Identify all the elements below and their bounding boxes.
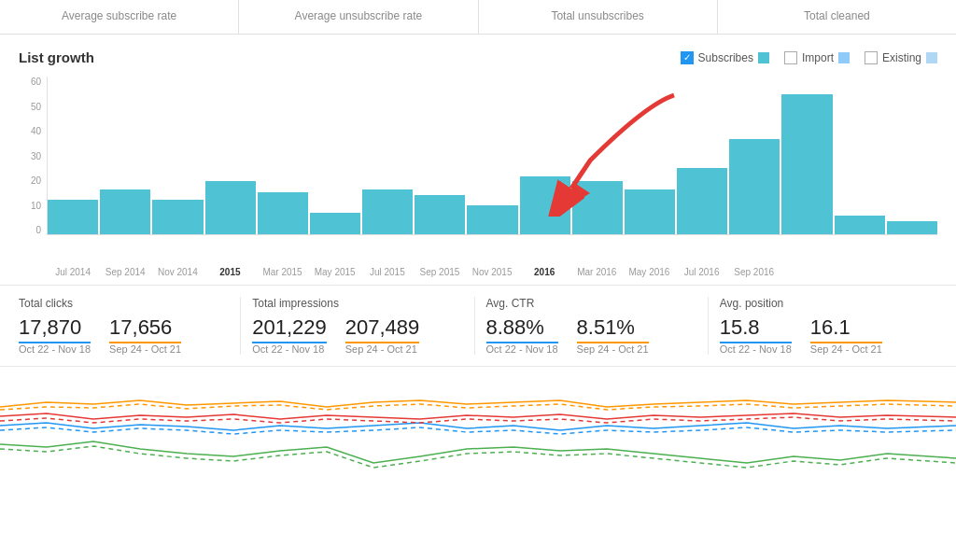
x-label [885, 267, 937, 277]
x-label: 2015 [204, 267, 256, 277]
bar-item[interactable] [520, 176, 570, 234]
x-label: May 2015 [309, 267, 361, 277]
stat-group-impressions: Total impressions 201,229 Oct 22 - Nov 1… [241, 297, 474, 355]
bar-group [48, 200, 98, 234]
stat-impressions-primary: 201,229 Oct 22 - Nov 18 [252, 315, 327, 355]
x-label: Sep 2016 [728, 267, 780, 277]
top-metrics-row: Average subscribe rate Average unsubscri… [0, 0, 956, 35]
bar-group [100, 189, 150, 234]
bar-item[interactable] [677, 168, 727, 234]
stat-clicks-secondary-sub: Sep 24 - Oct 21 [109, 343, 181, 355]
stat-clicks-primary-value: 17,870 [19, 315, 91, 343]
bar-item[interactable] [362, 189, 413, 234]
bar-item[interactable] [729, 139, 780, 234]
orange-line [0, 400, 956, 407]
chart-legend: Subscribes Import Existing [681, 51, 937, 64]
metric-total-cleaned: Total cleaned [718, 0, 956, 34]
chart-wrapper: 0 10 20 30 40 50 60 Jul 2014Sep 2014Nov … [19, 77, 937, 277]
stat-position-secondary: 16.1 Sep 24 - Oct 21 [810, 315, 882, 355]
bar-item[interactable] [835, 216, 885, 234]
stat-impressions-title: Total impressions [252, 297, 462, 310]
stat-position-primary-value: 15.8 [720, 315, 792, 343]
legend-existing[interactable]: Existing [865, 51, 937, 64]
legend-subscribes[interactable]: Subscribes [681, 51, 769, 64]
stats-section: Total clicks 17,870 Oct 22 - Nov 18 17,6… [0, 286, 956, 367]
stat-clicks-title: Total clicks [19, 297, 229, 310]
bar-item[interactable] [258, 192, 308, 234]
line-chart-svg [0, 374, 956, 477]
x-label: Jul 2015 [361, 267, 414, 277]
legend-import[interactable]: Import [784, 51, 850, 64]
stat-clicks-secondary-value: 17,656 [109, 315, 181, 343]
bar-group [625, 189, 675, 234]
bar-group [520, 176, 570, 234]
x-axis: Jul 2014Sep 2014Nov 20142015Mar 2015May … [19, 267, 937, 277]
bar-item[interactable] [887, 221, 937, 234]
stat-ctr-primary-value: 8.88% [486, 315, 558, 343]
x-label: Nov 2015 [466, 267, 518, 277]
total-unsubscribes-label: Total unsubscribes [494, 9, 702, 22]
line-chart-section [0, 367, 956, 479]
bar-group [362, 189, 413, 234]
stat-group-ctr: Avg. CTR 8.88% Oct 22 - Nov 18 8.51% Sep… [475, 297, 709, 355]
bar-group [205, 181, 256, 234]
bar-group [572, 181, 623, 234]
bar-item[interactable] [467, 205, 517, 234]
bar-item[interactable] [310, 213, 360, 234]
stat-ctr-secondary-sub: Sep 24 - Oct 21 [577, 343, 649, 355]
y-label-20: 20 [19, 175, 45, 186]
stat-ctr-secondary: 8.51% Sep 24 - Oct 21 [577, 315, 649, 355]
y-label-10: 10 [19, 201, 45, 211]
red-dashed-line [0, 417, 956, 423]
stat-position-title: Avg. position [720, 297, 930, 310]
import-label: Import [802, 51, 834, 64]
list-growth-section: List growth Subscribes Import Existing 0 [0, 35, 956, 286]
bar-item[interactable] [100, 189, 150, 234]
metric-subscribe-rate: Average subscribe rate [0, 0, 239, 34]
subscribe-rate-label: Average subscribe rate [15, 9, 223, 22]
subscribes-color [758, 52, 769, 63]
metric-unsubscribe-rate: Average unsubscribe rate [239, 0, 478, 34]
bar-chart-container: 0 10 20 30 40 50 60 [19, 77, 937, 263]
bar-chart-inner [47, 77, 937, 235]
import-checkbox[interactable] [784, 51, 797, 64]
bar-item[interactable] [625, 189, 675, 234]
stat-position-primary-sub: Oct 22 - Nov 18 [720, 343, 792, 355]
stat-clicks-secondary: 17,656 Sep 24 - Oct 21 [109, 315, 181, 355]
bar-item[interactable] [781, 94, 832, 234]
stat-group-clicks: Total clicks 17,870 Oct 22 - Nov 18 17,6… [15, 297, 241, 355]
green-line [0, 441, 956, 463]
import-color [838, 52, 850, 63]
unsubscribe-rate-label: Average unsubscribe rate [254, 9, 462, 22]
stat-impressions-secondary: 207,489 Sep 24 - Oct 21 [345, 315, 420, 355]
stat-ctr-primary-sub: Oct 22 - Nov 18 [486, 343, 558, 355]
stat-impressions-secondary-sub: Sep 24 - Oct 21 [345, 343, 420, 355]
stat-impressions-secondary-value: 207,489 [345, 315, 420, 343]
x-label: Sep 2015 [414, 267, 466, 277]
bar-group [310, 213, 360, 234]
stat-ctr-row: 8.88% Oct 22 - Nov 18 8.51% Sep 24 - Oct… [486, 315, 696, 355]
existing-checkbox[interactable] [865, 51, 878, 64]
bar-item[interactable] [205, 181, 256, 234]
bar-item[interactable] [572, 181, 623, 234]
bar-item[interactable] [48, 200, 98, 234]
stat-clicks-primary-sub: Oct 22 - Nov 18 [19, 343, 91, 355]
stat-ctr-secondary-value: 8.51% [577, 315, 649, 343]
bar-group [152, 200, 203, 234]
subscribes-checkbox[interactable] [681, 51, 694, 64]
subscribes-label: Subscribes [698, 51, 753, 64]
x-label: Jul 2014 [47, 267, 99, 277]
bar-group [835, 216, 885, 234]
stat-impressions-primary-value: 201,229 [252, 315, 327, 343]
bar-item[interactable] [152, 200, 203, 234]
y-label-40: 40 [19, 126, 45, 136]
bar-item[interactable] [415, 195, 465, 235]
chart-header: List growth Subscribes Import Existing [19, 49, 937, 65]
stat-ctr-primary: 8.88% Oct 22 - Nov 18 [486, 315, 558, 355]
bar-group [887, 221, 937, 234]
y-axis: 0 10 20 30 40 50 60 [19, 77, 45, 235]
bar-group [415, 195, 465, 235]
metric-total-unsubscribes: Total unsubscribes [479, 0, 718, 34]
stat-group-position: Avg. position 15.8 Oct 22 - Nov 18 16.1 … [709, 297, 941, 355]
bar-group [677, 168, 727, 234]
